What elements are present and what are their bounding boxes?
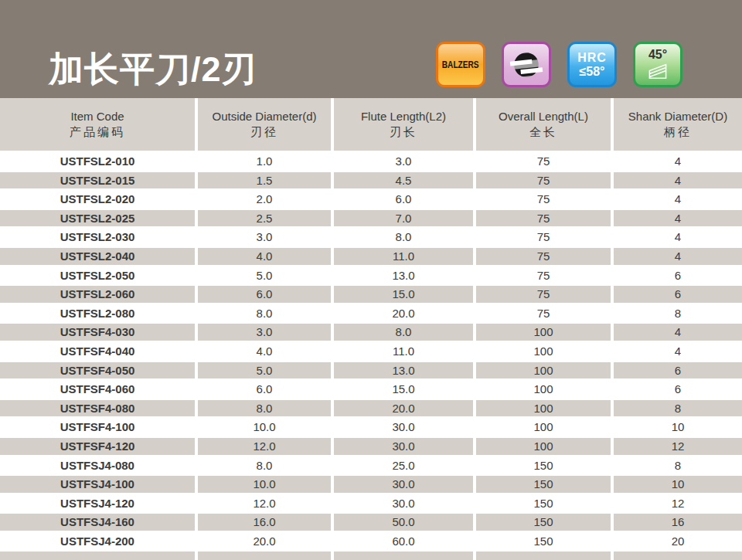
value-cell: 16 (612, 513, 742, 532)
value-cell: 6.0 (196, 285, 332, 304)
item-code-cell: USTFSF4-060 (0, 380, 196, 399)
table-row: USTFSL2-0252.57.0754 (0, 209, 742, 228)
badge-row: BALZERS HRC ≤58° 45° (436, 42, 682, 87)
item-code-cell: USTFSF4-080 (0, 399, 196, 418)
helix-angle-icon (646, 61, 669, 80)
value-cell: 6 (612, 361, 742, 380)
value-cell: 8.0 (196, 399, 332, 418)
table-row: USTFSL2-0202.06.0754 (0, 190, 742, 209)
value-cell: 75 (475, 266, 612, 285)
value-cell: 8 (612, 456, 742, 475)
value-cell: 8 (612, 399, 742, 418)
table-row: USTFSJ4-16016.050.015016 (0, 513, 742, 532)
value-cell: 10 (612, 418, 742, 437)
column-header: Overall Length(L)全长 (475, 98, 612, 152)
table-row: USTFSL2-0505.013.0756 (0, 266, 742, 285)
item-code-cell: USTFSL2-015 (0, 171, 196, 190)
value-cell: 16.0 (196, 513, 332, 532)
item-code-cell: USTFSL2-080 (0, 304, 196, 323)
value-cell: 75 (475, 228, 612, 247)
table-row: USTFSL2-0151.54.5754 (0, 171, 742, 190)
angle-45-badge: 45° (633, 42, 682, 87)
table-body: USTFSL2-0101.03.0754USTFSL2-0151.54.5754… (0, 152, 742, 560)
item-code-cell: USTFSL2-030 (0, 228, 196, 247)
value-cell: 4.0 (196, 341, 332, 361)
column-header: Item Code产品编码 (0, 98, 196, 152)
table-row: USTFSJ4-12012.030.015012 (0, 494, 742, 513)
product-table: Item Code产品编码Outside Diameter(d)刃径Flute … (0, 98, 742, 560)
value-cell: 150 (475, 531, 612, 551)
table-row: USTFSL2-0606.015.0756 (0, 285, 742, 304)
value-cell: 50.0 (332, 513, 475, 532)
value-cell: 150 (475, 494, 612, 513)
value-cell: 100 (475, 436, 612, 456)
hrc-value: ≤58° (580, 65, 605, 79)
value-cell: 7.0 (332, 209, 475, 228)
value-cell: 12 (612, 436, 742, 456)
value-cell: 75 (475, 171, 612, 190)
value-cell: 100 (475, 323, 612, 342)
hrc-label: HRC (577, 51, 607, 65)
value-cell: 20.0 (196, 531, 332, 551)
value-cell: 4 (612, 323, 742, 342)
value-cell: 4 (612, 152, 742, 171)
value-cell: 75 (475, 209, 612, 228)
value-cell: 8.0 (332, 323, 475, 342)
table-row: USTFSF4-0404.011.01004 (0, 341, 742, 361)
value-cell: 6.0 (196, 380, 332, 399)
value-cell: 15.0 (332, 380, 475, 399)
table-row-partial (0, 551, 742, 560)
table-row: USTFSF4-10010.030.010010 (0, 418, 742, 437)
table-row: USTFSF4-0606.015.01006 (0, 380, 742, 399)
value-cell: 10.0 (196, 475, 332, 494)
value-cell: 100 (475, 380, 612, 399)
value-cell: 10 (612, 475, 742, 494)
hrc-badge: HRC ≤58° (567, 42, 617, 87)
value-cell: 150 (475, 475, 612, 494)
item-code-cell: USTFSL2-025 (0, 209, 196, 228)
value-cell: 150 (475, 456, 612, 475)
value-cell: 100 (475, 341, 612, 361)
value-cell: 1.5 (196, 171, 332, 190)
value-cell: 75 (475, 152, 612, 171)
value-cell: 20 (612, 531, 742, 551)
value-cell: 75 (475, 285, 612, 304)
value-cell: 4 (612, 341, 742, 361)
value-cell: 5.0 (196, 266, 332, 285)
value-cell: 60.0 (332, 531, 475, 551)
value-cell (332, 551, 475, 560)
balzers-badge: BALZERS (436, 42, 485, 87)
table-row: USTFSL2-0404.011.0754 (0, 246, 742, 266)
value-cell: 6.0 (332, 190, 475, 209)
value-cell: 6 (612, 380, 742, 399)
value-cell: 2.0 (196, 190, 332, 209)
angle-label: 45° (648, 49, 667, 62)
value-cell: 30.0 (332, 436, 475, 456)
item-code-cell: USTFSF4-030 (0, 323, 196, 342)
table-row: USTFSJ4-0808.025.01508 (0, 456, 742, 475)
item-code-cell: USTFSL2-050 (0, 266, 196, 285)
table-row: USTFSF4-0808.020.01008 (0, 399, 742, 418)
value-cell: 15.0 (332, 285, 475, 304)
value-cell: 1.0 (196, 152, 332, 171)
item-code-cell: USTFSF4-050 (0, 361, 196, 380)
item-code-cell: USTFSL2-020 (0, 190, 196, 209)
value-cell: 3.0 (196, 228, 332, 247)
value-cell: 3.0 (196, 323, 332, 342)
banner: 加长平刀/2刃 BALZERS HRC ≤58° 45° (0, 0, 742, 98)
table-row: USTFSL2-0303.08.0754 (0, 228, 742, 247)
item-code-cell: USTFSL2-040 (0, 246, 196, 266)
item-code-cell: USTFSF4-040 (0, 341, 196, 361)
page-title: 加长平刀/2刃 (49, 51, 257, 87)
value-cell: 20.0 (332, 399, 475, 418)
item-code-cell: USTFSJ4-200 (0, 531, 196, 551)
value-cell: 4 (612, 209, 742, 228)
value-cell: 8.0 (196, 456, 332, 475)
column-header: Outside Diameter(d)刃径 (196, 98, 332, 152)
table-row: USTFSF4-0505.013.01006 (0, 361, 742, 380)
value-cell: 30.0 (332, 494, 475, 513)
product-table-container: Item Code产品编码Outside Diameter(d)刃径Flute … (0, 98, 742, 560)
value-cell (475, 551, 612, 560)
table-row: USTFSF4-12012.030.010012 (0, 436, 742, 456)
coating-two-flute-icon (509, 49, 543, 81)
